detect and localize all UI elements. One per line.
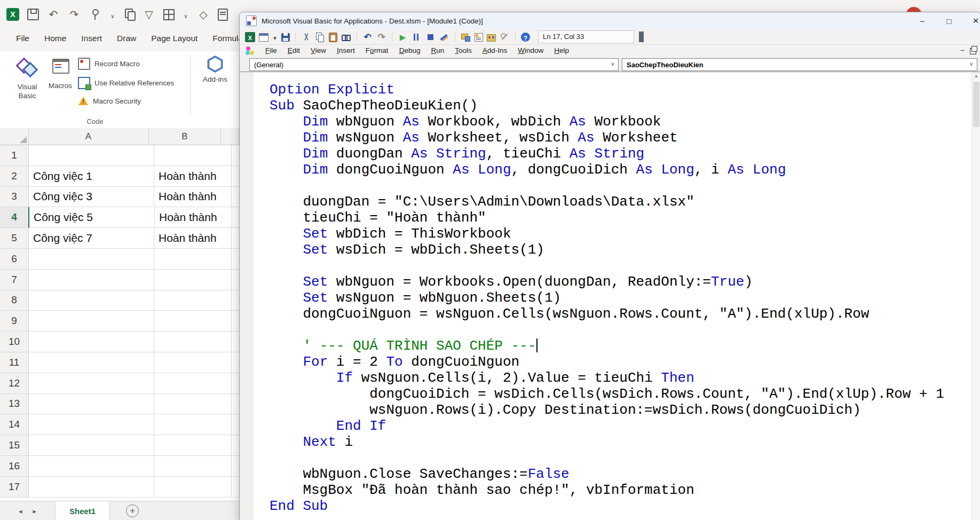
row-header-11[interactable]: 11 [0, 352, 29, 373]
cell-A3[interactable]: Công việc 3 [29, 187, 154, 208]
row-header-9[interactable]: 9 [0, 311, 29, 332]
ribbon-tab-pagelayout[interactable]: Page Layout [144, 30, 205, 46]
select-all-corner[interactable] [0, 128, 29, 145]
cut-icon[interactable] [301, 32, 311, 42]
break-icon[interactable] [412, 32, 422, 42]
view-object-icon[interactable] [259, 33, 268, 42]
row-header-10[interactable]: 10 [0, 332, 29, 352]
relative-references-button[interactable]: Use Relative References [78, 77, 174, 89]
cell-A4[interactable]: Công việc 5 [29, 207, 155, 228]
menu-debug[interactable]: Debug [394, 44, 426, 57]
child-restore-icon[interactable] [970, 48, 976, 54]
chevron-down-icon[interactable]: ∨ [967, 60, 976, 68]
minimize-button[interactable]: − [909, 12, 936, 29]
ribbon-tab-insert[interactable]: Insert [74, 30, 109, 46]
cell-B5[interactable]: Hoàn thành [154, 228, 232, 249]
row-header-8[interactable]: 8 [0, 290, 29, 311]
cell-A2[interactable]: Công việc 1 [29, 166, 154, 187]
cell-B1[interactable] [154, 145, 232, 166]
menu-view[interactable]: View [305, 44, 331, 57]
redo-icon[interactable] [376, 32, 386, 42]
redo-icon[interactable] [68, 8, 81, 21]
undo-icon[interactable] [47, 8, 60, 21]
copy-icon[interactable] [315, 32, 325, 42]
addins-button[interactable]: Add-ins [201, 56, 230, 84]
row-header-4[interactable]: 4 [0, 207, 29, 228]
row-header-13[interactable]: 13 [0, 394, 29, 415]
macros-button[interactable]: Macros [46, 56, 75, 90]
vba-title-bar[interactable]: Microsoft Visual Basic for Applications … [240, 12, 980, 29]
menu-format[interactable]: Format [360, 44, 394, 57]
cell-B17[interactable] [154, 477, 232, 498]
cell-A11[interactable] [29, 352, 154, 373]
cell-A5[interactable]: Công việc 7 [29, 228, 154, 249]
insert-cells-icon[interactable] [163, 9, 175, 20]
cell-B3[interactable]: Hoàn thành [154, 187, 232, 208]
cell-B2[interactable]: Hoàn thành [154, 166, 232, 187]
menu-window[interactable]: Window [512, 44, 549, 57]
procedure-combobox[interactable]: SaoChepTheoDieuKien ∨ [622, 58, 977, 71]
maximize-button[interactable]: □ [936, 12, 962, 29]
copy-icon[interactable] [124, 8, 135, 21]
scroll-up-icon[interactable]: ▲ [972, 73, 980, 78]
cell-B10[interactable] [154, 332, 232, 352]
column-header[interactable] [221, 128, 239, 145]
sheet-prev-icon[interactable]: ◂ [19, 507, 22, 515]
ribbon-tab-draw[interactable]: Draw [109, 30, 144, 46]
row-header-17[interactable]: 17 [0, 477, 29, 498]
excel-logo-icon[interactable] [6, 8, 19, 21]
help-icon[interactable] [521, 33, 530, 42]
menu-tools[interactable]: Tools [449, 44, 477, 57]
column-header-b[interactable]: B [149, 128, 222, 145]
cell-B16[interactable] [154, 456, 232, 477]
row-header-2[interactable]: 2 [0, 166, 29, 187]
toolbox-icon[interactable] [500, 32, 510, 42]
toolbar-scroll-thumb[interactable] [639, 31, 644, 42]
row-header-15[interactable]: 15 [0, 435, 29, 456]
cell-B13[interactable] [154, 394, 232, 415]
chevron-down-icon[interactable] [109, 8, 116, 21]
filter-icon[interactable] [143, 8, 155, 21]
paste-icon[interactable] [329, 33, 337, 42]
cell-A7[interactable] [29, 270, 154, 290]
code-editor[interactable]: Option ExplicitSub SaoChepTheoDieuKien()… [240, 72, 980, 520]
menu-insert[interactable]: Insert [331, 44, 360, 57]
row-header-16[interactable]: 16 [0, 456, 29, 477]
chevron-down-icon[interactable] [183, 8, 189, 21]
chevron-down-icon[interactable]: ∨ [608, 60, 617, 68]
menu-help[interactable]: Help [549, 44, 574, 57]
cell-B7[interactable] [154, 270, 232, 290]
object-combobox[interactable]: (General) ∨ [249, 58, 619, 71]
ribbon-tab-file[interactable]: File [9, 30, 37, 46]
cell-A17[interactable] [29, 477, 154, 498]
cell-A8[interactable] [29, 290, 154, 311]
menu-run[interactable]: Run [425, 44, 449, 57]
design-icon[interactable] [439, 32, 449, 42]
menu-addins[interactable]: Add-Ins [477, 44, 513, 57]
cell-A9[interactable] [29, 311, 154, 332]
project-explorer-icon[interactable] [461, 32, 471, 42]
cell-B6[interactable] [154, 249, 232, 270]
sheet-next-icon[interactable]: ▸ [33, 507, 37, 515]
sheet-tab-sheet1[interactable]: Sheet1 [56, 501, 110, 520]
save-icon[interactable] [281, 33, 290, 42]
cell-B4[interactable]: Hoàn thành [155, 207, 232, 228]
run-icon[interactable] [398, 32, 408, 42]
touch-icon[interactable] [89, 8, 101, 21]
new-sheet-button[interactable]: + [126, 505, 139, 517]
diamond-icon[interactable] [197, 8, 210, 21]
cell-A15[interactable] [29, 435, 154, 456]
row-header-12[interactable]: 12 [0, 373, 29, 394]
cell-B11[interactable] [154, 352, 232, 373]
object-browser-icon[interactable] [487, 34, 496, 42]
cell-B12[interactable] [154, 373, 232, 394]
cell-B8[interactable] [154, 290, 232, 311]
cell-A16[interactable] [29, 456, 154, 477]
cell-A6[interactable] [29, 249, 154, 270]
row-header-14[interactable]: 14 [0, 414, 29, 435]
document-icon[interactable] [218, 9, 228, 21]
find-icon[interactable] [341, 32, 351, 42]
properties-icon[interactable] [475, 33, 483, 42]
cell-A14[interactable] [29, 414, 154, 435]
menu-edit[interactable]: Edit [282, 44, 305, 57]
